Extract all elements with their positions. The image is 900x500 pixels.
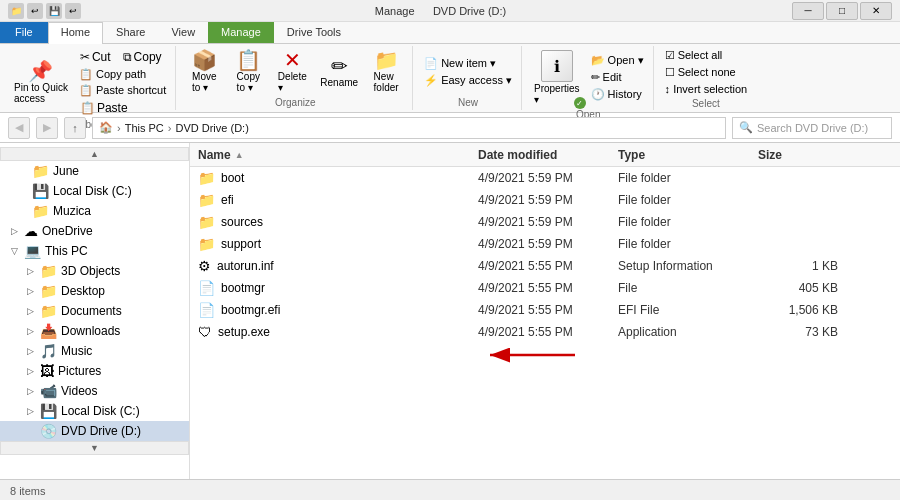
file-name: sources: [221, 215, 263, 229]
quick-access-icon[interactable]: ↩: [27, 3, 43, 19]
file-date: 4/9/2021 5:59 PM: [478, 171, 618, 185]
copy-label: Copy: [134, 50, 162, 64]
copy-button[interactable]: ⧉ Copy: [119, 48, 166, 66]
file-name: bootmgr: [221, 281, 265, 295]
file-name-cell: 🛡 setup.exe: [198, 324, 478, 340]
minimize-button[interactable]: ─: [792, 2, 824, 20]
col-header-name[interactable]: Name ▲: [198, 148, 478, 162]
copy-icon: ⧉: [123, 50, 132, 64]
file-name: setup.exe: [218, 325, 270, 339]
copy-path-button[interactable]: 📋 Copy path: [76, 67, 169, 82]
window-title: Manage DVD Drive (D:): [93, 5, 788, 17]
sort-indicator: ▲: [235, 150, 244, 160]
table-row[interactable]: 📁 efi 4/9/2021 5:59 PM File folder: [190, 189, 900, 211]
sidebar-item-label: Documents: [61, 304, 122, 318]
sidebar-item-videos[interactable]: ▷ 📹 Videos: [0, 381, 189, 401]
status-text: 8 items: [10, 485, 45, 497]
file-date: 4/9/2021 5:55 PM: [478, 281, 618, 295]
expand-icon: ▷: [24, 405, 36, 417]
copy-to-button[interactable]: 📋 Copyto ▾: [228, 48, 268, 95]
easy-access-button[interactable]: ⚡ Easy access ▾: [421, 73, 515, 88]
new-label: New: [421, 95, 515, 108]
pictures-icon: 🖼: [40, 363, 54, 379]
close-button[interactable]: ✕: [860, 2, 892, 20]
tab-drive-tools[interactable]: Drive Tools: [274, 22, 354, 43]
delete-button[interactable]: ✕ Delete▾: [272, 48, 312, 95]
copy-to-label: Copyto ▾: [237, 71, 260, 93]
select-all-button[interactable]: ☑ Select all: [662, 48, 751, 63]
table-row[interactable]: 📁 boot 4/9/2021 5:59 PM File folder: [190, 167, 900, 189]
pin-button[interactable]: 📌 Pin to Quickaccess: [10, 59, 72, 106]
col-header-date[interactable]: Date modified: [478, 148, 618, 162]
table-row[interactable]: 📁 support 4/9/2021 5:59 PM File folder: [190, 233, 900, 255]
sidebar-item-pictures[interactable]: ▷ 🖼 Pictures: [0, 361, 189, 381]
save-icon[interactable]: 💾: [46, 3, 62, 19]
sidebar-item-local-disk-c[interactable]: ▷ 💾 Local Disk (C:): [0, 401, 189, 421]
ribbon-group-new: 📄 New item ▾ ⚡ Easy access ▾ New: [415, 46, 522, 110]
table-row[interactable]: 📄 bootmgr.efi 4/9/2021 5:55 PM EFI File …: [190, 299, 900, 321]
sidebar-scroll-up[interactable]: ▲: [0, 147, 189, 161]
file-icon: 📄: [198, 280, 215, 296]
invert-selection-button[interactable]: ↕ Invert selection: [662, 82, 751, 96]
paste-shortcut-button[interactable]: 📋 Paste shortcut: [76, 83, 169, 98]
tab-file[interactable]: File: [0, 22, 48, 43]
sidebar-item-3d[interactable]: ▷ 📁 3D Objects: [0, 261, 189, 281]
col-header-size[interactable]: Size: [758, 148, 838, 162]
sidebar-item-muzica[interactable]: 📁 Muzica: [0, 201, 189, 221]
sidebar-item-music[interactable]: ▷ 🎵 Music: [0, 341, 189, 361]
new-item-button[interactable]: 📄 New item ▾: [421, 56, 515, 71]
file-type: File folder: [618, 237, 758, 251]
folder-icon: 📁: [40, 283, 57, 299]
sidebar-item-dvd-drive[interactable]: 💿 DVD Drive (D:): [0, 421, 189, 441]
window-controls: ─ □ ✕: [792, 2, 892, 20]
address-path[interactable]: 🏠 › This PC › DVD Drive (D:): [92, 117, 726, 139]
folder-icon: 📁: [32, 203, 49, 219]
path-dvd-drive[interactable]: DVD Drive (D:): [175, 122, 248, 134]
sidebar-item-onedrive[interactable]: ▷ ☁ OneDrive: [0, 221, 189, 241]
file-date: 4/9/2021 5:59 PM: [478, 237, 618, 251]
file-date: 4/9/2021 5:55 PM: [478, 259, 618, 273]
tab-manage[interactable]: Manage: [208, 22, 274, 43]
sidebar-item-downloads[interactable]: ▷ 📥 Downloads: [0, 321, 189, 341]
maximize-button[interactable]: □: [826, 2, 858, 20]
search-box[interactable]: 🔍 Search DVD Drive (D:): [732, 117, 892, 139]
table-row[interactable]: 📁 sources 4/9/2021 5:59 PM File folder: [190, 211, 900, 233]
open-button[interactable]: 📂 Open ▾: [588, 53, 647, 68]
ribbon-tabs: File Home Share View Manage Drive Tools: [0, 22, 900, 44]
tab-share[interactable]: Share: [103, 22, 158, 43]
sidebar-item-june[interactable]: 📁 June: [0, 161, 189, 181]
table-row-setup-exe[interactable]: 🛡 setup.exe 4/9/2021 5:55 PM Application…: [190, 321, 900, 343]
file-name: autorun.inf: [217, 259, 274, 273]
tab-view[interactable]: View: [158, 22, 208, 43]
select-buttons: ☑ Select all ☐ Select none ↕ Invert sele…: [662, 48, 751, 96]
table-row[interactable]: ⚙ autorun.inf 4/9/2021 5:55 PM Setup Inf…: [190, 255, 900, 277]
rename-label: Rename: [320, 77, 358, 88]
sidebar-item-this-pc[interactable]: ▽ 💻 This PC: [0, 241, 189, 261]
tab-home[interactable]: Home: [48, 22, 103, 44]
sidebar-item-documents[interactable]: ▷ 📁 Documents: [0, 301, 189, 321]
edit-button[interactable]: ✏ Edit: [588, 70, 647, 85]
forward-button[interactable]: ▶: [36, 117, 58, 139]
new-folder-button[interactable]: 📁 Newfolder: [366, 48, 406, 95]
sidebar-item-label: This PC: [45, 244, 88, 258]
paste-button[interactable]: 📋 Paste: [76, 99, 169, 117]
organize-label: Organize: [184, 95, 406, 108]
cut-button[interactable]: ✂ Cut: [76, 48, 115, 66]
file-date: 4/9/2021 5:59 PM: [478, 193, 618, 207]
sidebar-item-label: Muzica: [53, 204, 91, 218]
move-to-button[interactable]: 📦 Moveto ▾: [184, 48, 224, 95]
sidebar-item-desktop[interactable]: ▷ 📁 Desktop: [0, 281, 189, 301]
undo-icon[interactable]: ↩: [65, 3, 81, 19]
up-button[interactable]: ↑: [64, 117, 86, 139]
properties-icon: ℹ ✓: [541, 50, 573, 82]
properties-button[interactable]: ℹ ✓ Properties▾: [530, 48, 584, 107]
table-row[interactable]: 📄 bootmgr 4/9/2021 5:55 PM File 405 KB: [190, 277, 900, 299]
rename-button[interactable]: ✏ Rename: [316, 54, 362, 90]
select-none-button[interactable]: ☐ Select none: [662, 65, 751, 80]
path-this-pc[interactable]: This PC: [125, 122, 164, 134]
history-button[interactable]: 🕐 History: [588, 87, 647, 102]
sidebar-scroll-down[interactable]: ▼: [0, 441, 189, 455]
sidebar-item-local-c[interactable]: 💾 Local Disk (C:): [0, 181, 189, 201]
back-button[interactable]: ◀: [8, 117, 30, 139]
col-header-type[interactable]: Type: [618, 148, 758, 162]
